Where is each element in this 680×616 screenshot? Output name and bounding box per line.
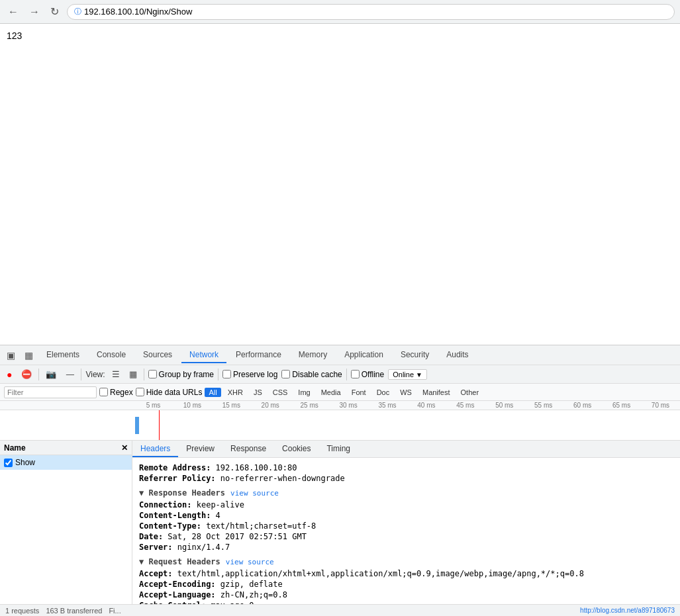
tick-30ms: 30 ms xyxy=(329,402,368,409)
details-tab-headers[interactable]: Headers xyxy=(132,441,178,457)
tick-35ms: 35 ms xyxy=(368,402,407,409)
online-label: Online xyxy=(393,371,414,378)
online-dropdown[interactable]: Online ▼ xyxy=(388,369,427,380)
offline-checkbox[interactable] xyxy=(351,370,360,378)
preserve-log-group: Preserve log xyxy=(222,370,277,379)
req-accept-key: Accept: xyxy=(139,569,177,578)
device-toolbar-button[interactable]: ▦ xyxy=(21,347,37,363)
req-accept-value: text/html,application/xhtml+xml,applicat… xyxy=(177,569,584,578)
tab-performance[interactable]: Performance xyxy=(228,347,289,363)
resp-content-length-row: Content-Length: 4 xyxy=(139,511,673,520)
timeline-area: 5 ms 10 ms 15 ms 20 ms 25 ms 30 ms 35 ms… xyxy=(0,401,680,441)
network-main: Name ✕ Show Headers Preview Response Coo… xyxy=(0,441,680,604)
requests-count: 1 requests xyxy=(5,607,39,615)
referrer-policy-value: no-referrer-when-downgrade xyxy=(220,474,345,483)
tab-sources[interactable]: Sources xyxy=(135,347,180,363)
details-tab-response[interactable]: Response xyxy=(222,441,274,457)
filter-type-ws[interactable]: WS xyxy=(396,388,416,397)
tab-elements[interactable]: Elements xyxy=(38,347,87,363)
details-tab-preview[interactable]: Preview xyxy=(178,441,222,457)
list-view-button[interactable]: ☰ xyxy=(109,368,122,380)
finish-time: Fi... xyxy=(109,607,121,615)
filter-type-css[interactable]: CSS xyxy=(269,388,292,397)
details-tab-timing[interactable]: Timing xyxy=(318,441,358,457)
page-number: 123 xyxy=(7,30,22,41)
url-hint: http://blog.csdn.net/a897180673 xyxy=(580,607,675,614)
request-checkbox[interactable] xyxy=(4,459,13,467)
filter-type-font[interactable]: Font xyxy=(348,388,370,397)
preserve-log-checkbox[interactable] xyxy=(222,370,231,378)
network-toolbar: ● ⛔ 📷 ⸻ View: ☰ ▦ Group by frame Preserv… xyxy=(0,365,680,384)
resp-date-value: Sat, 28 Oct 2017 02:57:51 GMT xyxy=(168,532,307,541)
tab-network[interactable]: Network xyxy=(181,347,226,363)
group-by-frame-checkbox[interactable] xyxy=(148,370,157,378)
details-content: Remote Address: 192.168.100.10:80 Referr… xyxy=(132,458,680,604)
disable-cache-checkbox[interactable] xyxy=(281,370,290,378)
response-headers-view-source[interactable]: view source xyxy=(230,489,279,498)
tick-40ms: 40 ms xyxy=(407,402,446,409)
status-left: 1 requests 163 B transferred Fi... xyxy=(5,607,121,615)
request-list: Name ✕ Show xyxy=(0,441,132,604)
filter-button[interactable]: ⸻ xyxy=(63,368,77,380)
online-dropdown-arrow: ▼ xyxy=(416,371,422,378)
tab-application[interactable]: Application xyxy=(336,347,391,363)
filter-type-xhr[interactable]: XHR xyxy=(224,388,247,397)
req-accept-language-row: Accept-Language: zh-CN,zh;q=0.8 xyxy=(139,590,673,599)
refresh-button[interactable]: ↻ xyxy=(48,4,62,19)
grid-view-button[interactable]: ▦ xyxy=(126,368,140,380)
request-headers-view-source[interactable]: view source xyxy=(226,558,274,566)
tab-audits[interactable]: Audits xyxy=(438,347,476,363)
resp-connection-key: Connection: xyxy=(139,500,197,509)
resp-content-length-key: Content-Length: xyxy=(139,511,216,520)
toolbar-separator-2 xyxy=(81,369,81,380)
resp-content-type-value: text/html;charset=utf-8 xyxy=(206,521,316,531)
remote-address-label: Remote Address: xyxy=(139,463,216,472)
filter-input[interactable] xyxy=(4,386,97,398)
resp-server-key: Server: xyxy=(139,543,177,552)
toolbar-separator-3 xyxy=(144,369,144,380)
request-name: Show xyxy=(15,458,35,467)
filter-type-img[interactable]: Img xyxy=(294,388,314,397)
filter-type-other[interactable]: Other xyxy=(457,388,483,397)
forward-button[interactable]: → xyxy=(26,5,42,19)
tab-security[interactable]: Security xyxy=(393,347,437,363)
request-headers-section: ▼ Request Headers view source xyxy=(139,557,673,566)
response-headers-section: ▼ Response Headers view source xyxy=(139,488,673,498)
offline-label: Offline xyxy=(362,370,384,379)
clear-button[interactable]: ⛔ xyxy=(19,368,34,380)
referrer-policy-label: Referrer Policy: xyxy=(139,474,220,483)
record-button[interactable]: ● xyxy=(4,368,15,381)
req-accept-encoding-row: Accept-Encoding: gzip, deflate xyxy=(139,580,673,589)
details-tab-cookies[interactable]: Cookies xyxy=(274,441,318,457)
filter-type-doc[interactable]: Doc xyxy=(373,388,394,397)
browser-toolbar: ← → ↻ ⓘ 192.168.100.10/Nginx/Show xyxy=(0,0,680,24)
request-list-header: Name ✕ xyxy=(0,441,132,455)
response-headers-label: ▼ Response Headers xyxy=(139,488,225,498)
table-row[interactable]: Show xyxy=(0,455,132,470)
filter-type-manifest[interactable]: Manifest xyxy=(418,388,454,397)
hide-data-urls-checkbox[interactable] xyxy=(136,388,144,396)
camera-button[interactable]: 📷 xyxy=(43,368,59,380)
address-bar[interactable]: ⓘ 192.168.100.10/Nginx/Show xyxy=(67,4,675,20)
regex-label: Regex xyxy=(110,388,133,397)
tick-55ms: 55 ms xyxy=(524,402,563,409)
tab-memory[interactable]: Memory xyxy=(291,347,335,363)
tick-65ms: 65 ms xyxy=(602,402,641,409)
back-button[interactable]: ← xyxy=(5,5,21,19)
filter-type-media[interactable]: Media xyxy=(317,388,345,397)
resp-content-type-row: Content-Type: text/html;charset=utf-8 xyxy=(139,521,673,531)
inspect-element-button[interactable]: ▣ xyxy=(3,347,19,363)
name-column-header: Name xyxy=(4,443,26,453)
tab-console[interactable]: Console xyxy=(89,347,134,363)
filter-type-all[interactable]: All xyxy=(205,388,220,397)
regex-checkbox[interactable] xyxy=(99,388,108,396)
req-accept-language-value: zh-CN,zh;q=0.8 xyxy=(220,590,287,599)
resp-date-row: Date: Sat, 28 Oct 2017 02:57:51 GMT xyxy=(139,532,673,541)
devtools-tab-bar: ▣ ▦ Elements Console Sources Network Per… xyxy=(0,345,680,365)
resp-content-length-value: 4 xyxy=(216,511,220,520)
filter-type-js[interactable]: JS xyxy=(250,388,266,397)
tick-20ms: 20 ms xyxy=(251,402,290,409)
toolbar-separator-1 xyxy=(38,369,39,380)
devtools-panel: ▣ ▦ Elements Console Sources Network Per… xyxy=(0,345,680,616)
hide-data-urls-group: Hide data URLs xyxy=(136,388,203,397)
